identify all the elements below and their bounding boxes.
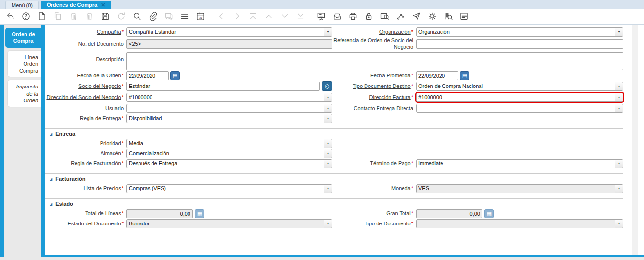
section-collapse-icon[interactable]: ◢ xyxy=(50,132,52,136)
tipo-documento-select[interactable]: ▾ xyxy=(416,219,623,228)
form-row: Total de Líneas* ▦ Gran Total* ▦ xyxy=(45,209,623,218)
next-record-icon xyxy=(280,12,290,21)
socio-input[interactable] xyxy=(126,82,320,91)
tipo-doc-destino-select[interactable]: Orden de Compra Nacional ▾ xyxy=(416,82,623,91)
form-row: Descripción xyxy=(45,52,623,70)
chevron-down-icon[interactable]: ▾ xyxy=(615,104,623,112)
product-info-icon[interactable] xyxy=(443,12,453,21)
calendar-icon[interactable]: 31 xyxy=(196,12,205,21)
chevron-down-icon[interactable]: ▾ xyxy=(324,93,332,101)
chevron-down-icon[interactable]: ▾ xyxy=(324,220,332,228)
direccion-socio-select[interactable]: #1000000 ▾ xyxy=(126,93,332,102)
regla-facturacion-label: Regla de Facturación* xyxy=(45,161,126,167)
referencia-input[interactable] xyxy=(416,39,623,49)
first-record-icon xyxy=(248,12,258,21)
section-collapse-icon[interactable]: ◢ xyxy=(50,177,52,181)
record-info-icon[interactable] xyxy=(380,12,390,21)
prioridad-value: Media xyxy=(127,139,324,148)
attachment-icon[interactable] xyxy=(148,12,158,21)
chevron-down-icon[interactable]: ▾ xyxy=(615,82,623,90)
chevron-down-icon[interactable]: ▾ xyxy=(324,28,332,36)
prioridad-select[interactable]: Media ▾ xyxy=(126,139,332,148)
termino-pago-value: Immediate xyxy=(417,160,615,168)
chevron-down-icon[interactable]: ▾ xyxy=(615,220,623,228)
record-info-icon[interactable]: ◎ xyxy=(322,81,332,91)
lock-icon[interactable] xyxy=(364,12,374,21)
form-row: No. del Documento Referencia de Orden de… xyxy=(45,37,623,50)
quick-form-icon[interactable] xyxy=(459,12,469,21)
calculator-icon[interactable]: ▦ xyxy=(484,209,494,218)
total-lineas-input[interactable] xyxy=(126,209,193,218)
calculator-icon[interactable]: ▦ xyxy=(195,209,204,218)
calendar-icon[interactable]: ▤ xyxy=(460,71,469,80)
refresh-icon xyxy=(116,12,126,21)
direccion-socio-label: Dirección del Socio del Negocio* xyxy=(45,94,126,100)
lista-precios-select[interactable]: Compras (VES) ▾ xyxy=(126,184,332,193)
sidebar-tab-impuesto-de-la-orden[interactable]: Impuesto de la Orden xyxy=(8,80,41,107)
tab-ordenes-de-compra[interactable]: Órdenes de Compra ✕ xyxy=(41,1,111,9)
tipo-documento-value xyxy=(417,220,615,228)
almacen-select[interactable]: Comercialización ▾ xyxy=(126,149,332,158)
sidebar-tab-orden-de-compra[interactable]: Orden de Compra xyxy=(5,28,41,48)
regla-entrega-select[interactable]: Disponibilidad ▾ xyxy=(126,114,332,123)
report-icon[interactable] xyxy=(316,12,326,21)
process-icon[interactable] xyxy=(428,12,437,21)
usuario-select[interactable]: ▾ xyxy=(126,104,332,113)
regla-facturacion-select[interactable]: Después de Entrega ▾ xyxy=(126,159,332,168)
calendar-icon[interactable]: ▤ xyxy=(170,71,180,80)
contacto-entrega-select[interactable]: ▾ xyxy=(416,104,623,113)
compania-select[interactable]: Compañía Estándar ▾ xyxy=(126,27,332,37)
direccion-factura-select[interactable]: #1000000 ▾ xyxy=(416,93,623,102)
tab-ordenes-de-compra-label: Órdenes de Compra xyxy=(47,2,97,8)
workflow-icon[interactable] xyxy=(396,12,405,21)
direccion-socio-value: #1000000 xyxy=(127,93,324,101)
total-lineas-label: Total de Líneas* xyxy=(45,210,126,217)
fecha-orden-input[interactable] xyxy=(126,71,169,80)
socio-label: Socio del Negocio* xyxy=(45,83,126,89)
chevron-down-icon[interactable]: ▾ xyxy=(615,185,623,193)
grid-toggle-icon[interactable] xyxy=(180,12,189,21)
find-icon[interactable] xyxy=(132,12,142,21)
chevron-down-icon[interactable]: ▾ xyxy=(615,160,623,168)
termino-pago-select[interactable]: Immediate ▾ xyxy=(416,159,623,168)
chevron-down-icon[interactable]: ▾ xyxy=(324,149,332,158)
chevron-down-icon[interactable]: ▾ xyxy=(324,139,332,148)
chevron-down-icon[interactable]: ▾ xyxy=(324,185,332,193)
organizacion-select[interactable]: Organización ▾ xyxy=(416,27,623,37)
sidebar-tab-linea-orden-compra[interactable]: Línea Orden Compra xyxy=(8,51,41,77)
print-icon[interactable] xyxy=(348,12,358,21)
form-panel: Compañía* Compañía Estándar ▾ Organizaci… xyxy=(41,25,644,257)
chevron-down-icon[interactable]: ▾ xyxy=(615,28,623,36)
tipo-doc-destino-value: Orden de Compra Nacional xyxy=(417,82,615,90)
moneda-select[interactable]: VES ▾ xyxy=(416,184,623,193)
section-collapse-icon[interactable]: ◢ xyxy=(50,202,52,206)
section-separator xyxy=(45,173,623,174)
archive-icon[interactable] xyxy=(332,12,342,21)
new-record-icon[interactable] xyxy=(37,12,47,21)
chevron-down-icon[interactable]: ▾ xyxy=(324,104,332,112)
fecha-prometida-input[interactable] xyxy=(416,71,458,80)
tab-menu[interactable]: Menú (0) xyxy=(5,1,39,9)
scrollbar-track[interactable] xyxy=(632,25,638,255)
chevron-down-icon[interactable]: ▾ xyxy=(615,93,623,101)
form-row: Fecha de la Orden* ▤ Fecha Prometida* ▤ xyxy=(45,71,623,80)
compania-label: Compañía* xyxy=(45,29,126,35)
section-header-facturacion: ◢ Facturación xyxy=(50,176,623,182)
chevron-down-icon[interactable]: ▾ xyxy=(324,114,332,123)
chevron-down-icon[interactable]: ▾ xyxy=(324,160,332,168)
undo-icon[interactable] xyxy=(5,12,15,21)
form-row: Dirección del Socio del Negocio* #100000… xyxy=(45,93,623,102)
save-icon[interactable] xyxy=(101,12,110,21)
descripcion-textarea[interactable] xyxy=(126,52,623,70)
help-icon[interactable] xyxy=(21,12,31,21)
resize-handle-icon[interactable] xyxy=(618,64,622,69)
section-header-entrega: ◢ Entrega xyxy=(50,131,623,136)
estado-documento-select[interactable]: Borrador ▾ xyxy=(126,219,332,228)
request-icon[interactable] xyxy=(412,12,421,21)
form-row: Prioridad* Media ▾ xyxy=(45,139,623,148)
no-documento-input[interactable] xyxy=(126,39,332,49)
close-icon[interactable]: ✕ xyxy=(101,2,105,8)
usuario-label: Usuario xyxy=(45,105,126,111)
gran-total-input[interactable] xyxy=(416,209,482,218)
tipo-doc-destino-label: Tipo Documento Destino* xyxy=(332,83,416,89)
